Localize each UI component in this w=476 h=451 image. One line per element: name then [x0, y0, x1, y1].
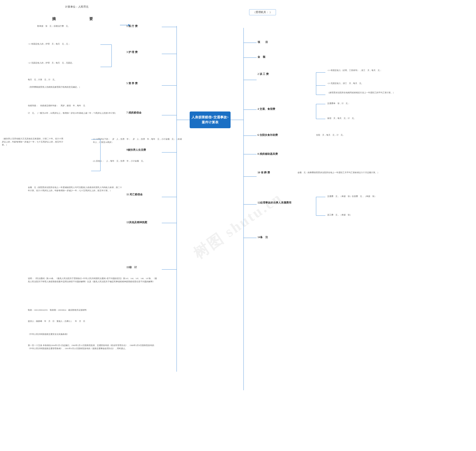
right-item-8: 8 残疾辅助器具费	[258, 152, 278, 156]
right-item-14: 14备 注	[258, 236, 268, 239]
right-item-amount: 金 额	[258, 55, 265, 59]
header-unit: 计算单位：人民币元	[65, 5, 89, 9]
left-item-11: 11 死亡赔偿金	[127, 193, 143, 196]
left-item-9-sub1: (1) 18周岁以下的： 岁 人，扶养 年； 岁 人，扶养 年，每年 元，小计金…	[93, 138, 182, 144]
left-item-1-text: 附单据 张 元；后期治疗费 元。	[37, 25, 70, 28]
left-item-5: 5 营 养 费	[127, 82, 138, 85]
right-item-project: 项 目	[258, 41, 268, 44]
left-item-13: 13其他及精神抚慰	[127, 221, 147, 224]
left-item-15-note1: 说明：《民法通则》第119条、《最高人民法院关于贯彻执行<中华人民共和国民法通则…	[28, 277, 158, 283]
left-item-15-note2: 制表：16012000A0291 制表期：20030824 裁后附相关证据材料	[28, 308, 87, 312]
right-item-2: 2 误 工 费	[258, 72, 269, 76]
left-item-15-note3: 提供人：杨新峰 年 月 日 复核人（当事人） 年 月 日	[28, 320, 85, 323]
left-item-15-note5: 第一百一十五条 本条例自2004年5月1日起施行。1960年2月11日国务院批准…	[28, 344, 158, 350]
right-item-10: 10 丧 葬 费	[258, 171, 270, 174]
left-item-15: 15综 计	[127, 266, 137, 269]
right-item-4: 4 交通、食宿费	[258, 107, 275, 111]
left-item-7: 7 残疾赔偿金	[127, 111, 141, 114]
right-item-6: 6 住院伙食补助费	[258, 133, 278, 137]
left-item-3-sub1: <1>有固定收入的，护理 天；每天 元，元；	[28, 42, 70, 45]
connector-lines	[0, 0, 476, 451]
left-item-9: 9被扶养人生活费	[127, 148, 146, 152]
left-item-7-text1: 伤残等级： 伤残者定残时年龄： 周岁，赔偿 年，每年 元	[28, 104, 85, 107]
right-item-2-sub3: （参照受诉法院所在地相同或者相近行业上一年度职工的平均工资计算。）	[327, 91, 395, 94]
right-item-12-sub2: 误工费 元，（单据 张）	[327, 213, 352, 217]
right-item-6-text: 住院 天，每天 元，计 元。	[316, 133, 345, 137]
right-item-2-sub2: <2>无固定收入，误工 天，每天 元。	[327, 82, 363, 85]
left-item-9-sub2: (2) 其他人： 人，每年 元，扶养 年，小计金额 元。	[93, 159, 145, 163]
main-container: 树图 shutu.cn 计算单位：人民币元 摘 要 人身损害赔偿<交通事故> 案…	[0, 0, 476, 451]
left-item-11-text: 金额 元（按照受诉法院所在地上一年度城镇居民人均可支配收入或者农村居民人均纯收入…	[28, 186, 123, 192]
watermark: 树图 shutu.cn	[0, 0, 476, 451]
right-item-2-sub1: <1>有固定收入（证明、工资表等），误工 天，每天 元；	[327, 69, 382, 72]
left-item-5-text1: 每天 元，计算 元，计 元。	[28, 78, 57, 81]
right-item-4-sub1: 交通费单 张，计 元；	[327, 102, 350, 105]
watermark-text: 树图 shutu.cn	[190, 188, 286, 263]
right-item-12-sub1: 交通费 元，（单据 张）住宿费 元，（单据 张）	[327, 195, 376, 198]
right-item-12: 12处理事故的当事人亲属费用	[258, 201, 291, 204]
right-header-box: （受理机关： ）	[249, 9, 276, 15]
right-item-4-sub2: 食宿 天，每天 元，计 元。	[327, 117, 356, 120]
left-item-7-text2: 计 元。（一般为20年，60周岁以上，每增加一岁在20年基础上减一年；75周岁以…	[28, 112, 117, 115]
central-node: 人身损害赔偿<交通事故> 案件计算表	[190, 112, 231, 128]
right-item-10-text: 金额 元（丧葬费按照受诉法院所在地上一年度职工月平均工资标准以六个月总额计算。）	[298, 171, 379, 174]
summary-label: 摘 要	[52, 16, 99, 21]
left-item-9-note: （被扶养人无劳动能力又无其他生活来源的，计算二十年。但六十周岁以上的，年龄每增加…	[2, 137, 65, 146]
left-item-3-sub2: <2>无固定收入的，护理 天；每天 元，无固定。	[28, 61, 74, 64]
left-item-3: 3 护 理 费	[127, 50, 138, 54]
left-item-15-note4: 《中华人民共和国道路交通安全法实施条例》	[28, 333, 69, 336]
left-item-5-text2: （营养费根据受害人伤残情况参照医疗机构的意见确定。）	[28, 86, 81, 89]
left-item-1: 1 医 疗 费	[127, 25, 138, 28]
